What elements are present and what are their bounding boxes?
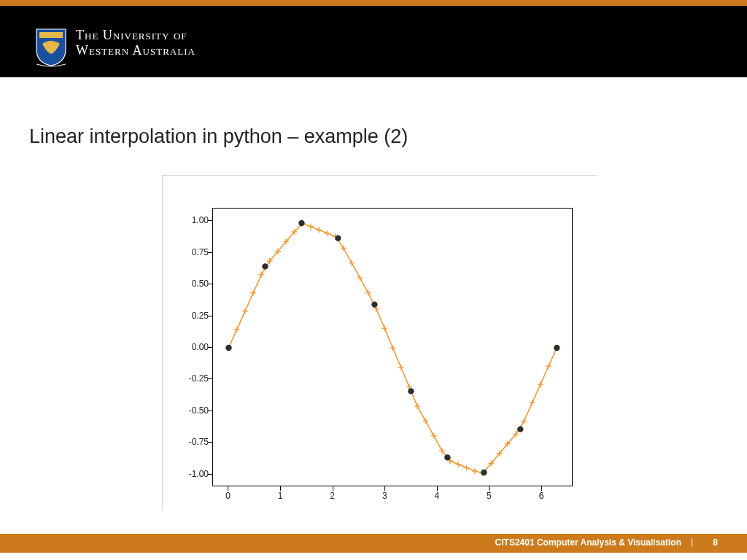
top-accent-bar [0,0,747,6]
x-tick-mark [333,486,333,491]
y-tick-label: 0.00 [165,342,209,352]
y-tick-mark [208,411,212,411]
svg-point-89 [444,454,450,460]
x-tick-mark [541,486,542,491]
footer-page-number: 8 [713,537,718,548]
svg-point-90 [481,470,487,475]
chart-svg [213,209,573,487]
header-bar: The University of Western Australia [0,6,747,77]
y-tick-label: -0.25 [165,373,209,384]
y-tick-mark [208,474,212,475]
y-tick-label: -0.75 [165,437,209,447]
svg-rect-0 [39,32,63,38]
university-logo-block: The University of Western Australia [35,28,196,67]
x-tick-label: 3 [374,491,395,501]
x-tick-label: 4 [426,491,448,501]
svg-point-83 [225,345,231,351]
svg-point-88 [408,388,414,394]
svg-point-84 [262,263,268,269]
x-tick-mark [228,486,228,491]
y-tick-label: 0.50 [165,279,209,289]
y-tick-mark [208,316,212,316]
y-tick-label: -1.00 [165,469,209,479]
svg-point-85 [298,220,304,226]
x-tick-mark [280,486,281,491]
y-tick-label: -0.50 [165,405,209,416]
university-name-line-1: The University of [76,28,196,43]
y-tick-label: 0.25 [165,311,209,321]
y-tick-mark [208,442,212,443]
plot-area [212,208,573,486]
university-name-line-2: Western Australia [76,43,196,58]
svg-point-86 [335,235,341,241]
svg-point-92 [554,345,560,351]
university-name: The University of Western Australia [76,28,196,58]
x-tick-label: 5 [478,491,500,501]
svg-point-91 [517,426,523,432]
x-tick-label: 6 [530,491,552,501]
footer-course-code: CITS2401 Computer Analysis & Visualisati… [495,537,681,548]
x-tick-label: 1 [269,491,291,501]
y-tick-mark [208,220,212,221]
y-tick-mark [208,284,212,284]
chart-container: -1.00-0.75-0.50-0.250.000.250.500.751.00… [162,175,597,510]
y-tick-mark [208,252,212,253]
y-tick-mark [208,347,212,348]
footer-separator: | [691,537,693,547]
university-crest-icon [35,28,67,67]
y-tick-label: 0.75 [165,247,209,257]
x-tick-label: 2 [322,491,344,501]
y-tick-label: 1.00 [165,215,209,225]
y-tick-mark [208,378,212,379]
x-tick-mark [489,486,489,491]
x-tick-mark [384,486,385,491]
x-tick-mark [437,486,438,491]
x-tick-label: 0 [217,491,239,501]
slide-title: Linear interpolation in python – example… [29,125,408,148]
svg-point-87 [371,301,377,307]
footer-bar: CITS2401 Computer Analysis & Visualisati… [0,534,747,553]
